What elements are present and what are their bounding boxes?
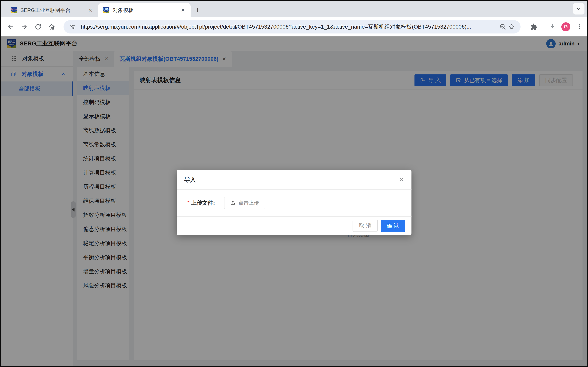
modal-header: 导入 ✕ — [177, 170, 411, 190]
reload-button[interactable] — [33, 22, 43, 32]
reload-icon — [35, 23, 42, 30]
modal-title: 导入 — [184, 176, 196, 184]
bookmark-button[interactable] — [507, 23, 516, 31]
tab-title: 对象模板 — [113, 7, 176, 14]
upload-field-label: 上传文件: — [191, 199, 215, 207]
back-button[interactable] — [6, 22, 15, 32]
browser-tab-object-template[interactable]: ERG Sample 对象模板 ✕ — [98, 3, 190, 17]
downloads-button[interactable] — [548, 23, 557, 31]
cancel-button[interactable]: 取 消 — [353, 220, 378, 232]
browser-tabstrip: ERG Sample SERG工业互联网平台 ✕ ERG Sample 对象模板… — [1, 1, 587, 17]
browser-profile-avatar[interactable]: G — [561, 22, 570, 31]
browser-tab-serg[interactable]: ERG Sample SERG工业互联网平台 ✕ — [6, 3, 98, 17]
star-icon — [508, 23, 515, 30]
browser-menu-button[interactable] — [575, 23, 584, 31]
zoom-out-button[interactable] — [499, 23, 507, 31]
upload-icon — [230, 200, 235, 205]
tab-close-icon[interactable]: ✕ — [180, 7, 186, 14]
new-tab-button[interactable]: + — [192, 4, 204, 16]
forward-arrow-icon — [21, 23, 28, 30]
modal-close-icon[interactable]: ✕ — [399, 176, 404, 183]
download-icon — [549, 23, 556, 31]
page-viewport: ERG Sample SERG工业互联网平台 admin ▾ 对象模板 — [1, 36, 587, 366]
toolbar-separator — [543, 23, 543, 31]
kebab-menu-icon — [576, 24, 583, 30]
zoom-out-icon — [499, 23, 506, 30]
site-settings-button[interactable] — [68, 23, 77, 31]
site-favicon: ERG Sample — [103, 7, 109, 13]
browser-window: ERG Sample SERG工业互联网平台 ✕ ERG Sample 对象模板… — [1, 1, 587, 366]
favicon-text: ERG — [11, 8, 17, 10]
extensions-button[interactable] — [530, 23, 538, 31]
screen: ERG Sample SERG工业互联网平台 ✕ ERG Sample 对象模板… — [0, 0, 588, 367]
modal-body: * 上传文件: 点击上传 — [177, 190, 411, 216]
import-modal: 导入 ✕ * 上传文件: 点击上传 取 消 确 认 — [177, 170, 411, 235]
favicon-subtext: Sample — [11, 10, 17, 11]
required-asterisk: * — [187, 200, 190, 206]
favicon-subtext: Sample — [103, 10, 109, 11]
url-text[interactable]: https://serg.mixyun.com/mixapplication/#… — [81, 23, 495, 31]
tab-close-icon[interactable]: ✕ — [87, 7, 94, 14]
modal-footer: 取 消 确 认 — [177, 216, 411, 235]
favicon-text: ERG — [103, 8, 109, 10]
home-button[interactable] — [47, 22, 56, 32]
home-icon — [48, 23, 55, 30]
url-bar[interactable]: https://serg.mixyun.com/mixapplication/#… — [63, 20, 520, 33]
upload-button-label: 点击上传 — [238, 200, 259, 206]
tab-search-button[interactable] — [573, 3, 584, 15]
puzzle-icon — [530, 23, 537, 30]
site-favicon: ERG Sample — [11, 7, 17, 13]
browser-toolbar: https://serg.mixyun.com/mixapplication/#… — [1, 17, 587, 36]
chevron-down-icon — [576, 6, 582, 12]
forward-button[interactable] — [20, 22, 29, 32]
back-arrow-icon — [7, 23, 14, 30]
confirm-button[interactable]: 确 认 — [381, 220, 405, 232]
tune-icon — [69, 24, 76, 30]
toolbar-right-cluster: G — [530, 22, 584, 31]
upload-button[interactable]: 点击上传 — [224, 197, 265, 209]
tab-title: SERG工业互联网平台 — [20, 7, 84, 14]
